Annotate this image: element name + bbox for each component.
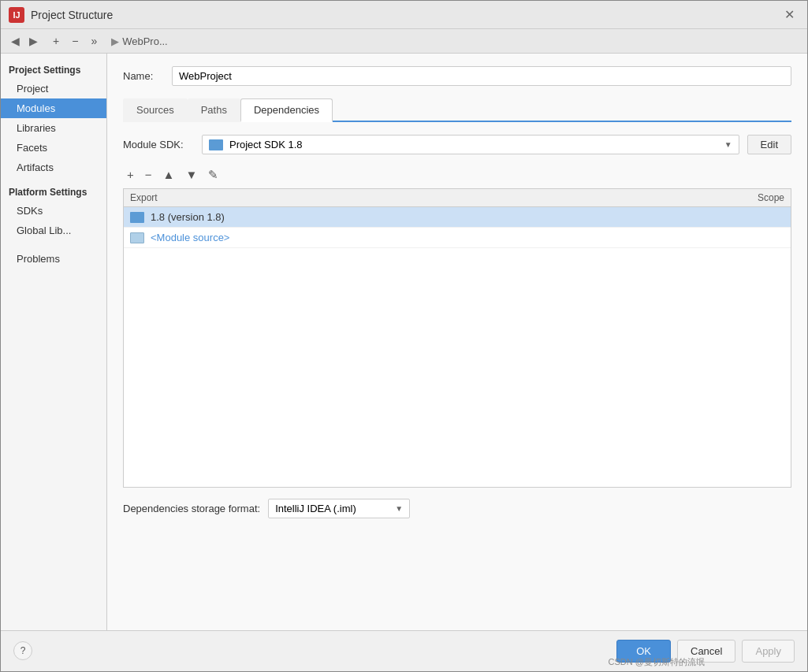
name-input[interactable] (172, 66, 791, 86)
window-title: Project Structure (31, 9, 773, 21)
sdk-dropdown-arrow-icon: ▼ (724, 140, 732, 149)
tab-sources[interactable]: Sources (123, 98, 188, 122)
remove-toolbar-button[interactable]: − (67, 32, 83, 50)
deps-list: Export Scope 1.8 (version 1.8) <Module s… (123, 188, 791, 488)
project-settings-label: Project Settings (1, 60, 106, 79)
deps-toolbar: + − ▲ ▼ ✎ (123, 167, 791, 182)
forward-button[interactable]: ▶ (25, 33, 42, 49)
sidebar-item-facets[interactable]: Facets (1, 138, 106, 158)
deps-module-text: <Module source> (151, 232, 715, 243)
sdk-select-dropdown[interactable]: Project SDK 1.8 ▼ (202, 135, 739, 154)
deps-sdk-text: 1.8 (version 1.8) (151, 211, 715, 223)
content-area: Name: Sources Paths Dependencies Module … (107, 54, 807, 630)
project-structure-dialog: IJ Project Structure ✕ ◀ ▶ + − » ▶ WebPr… (0, 0, 808, 672)
deps-col-export-label: Export (130, 192, 721, 203)
storage-label: Dependencies storage format: (123, 503, 260, 514)
close-button[interactable]: ✕ (780, 6, 799, 24)
apply-button[interactable]: Apply (742, 640, 795, 663)
sidebar-item-libraries[interactable]: Libraries (1, 118, 106, 138)
platform-settings-label: Platform Settings (1, 177, 106, 201)
deps-row-module[interactable]: <Module source> (124, 228, 791, 248)
back-button[interactable]: ◀ (7, 33, 24, 49)
deps-up-button[interactable]: ▲ (159, 167, 179, 182)
title-bar: IJ Project Structure ✕ (1, 1, 807, 29)
module-row-icon (130, 232, 144, 243)
storage-dropdown-arrow-icon: ▼ (395, 504, 403, 513)
sidebar-item-modules[interactable]: Modules (1, 98, 106, 118)
sdk-folder-icon (209, 139, 223, 150)
deps-col-scope-label: Scope (721, 192, 784, 203)
help-button[interactable]: ? (13, 641, 32, 660)
name-row: Name: (123, 66, 791, 86)
sdk-row-icon (130, 212, 144, 223)
storage-select-dropdown[interactable]: IntelliJ IDEA (.iml) ▼ (268, 499, 410, 518)
sidebar-item-artifacts[interactable]: Artifacts (1, 158, 106, 177)
dependencies-content: + − ▲ ▼ ✎ Export Scope 1.8 ( (123, 167, 791, 618)
tab-paths[interactable]: Paths (188, 98, 240, 122)
deps-add-button[interactable]: + (123, 167, 138, 182)
breadcrumb-item[interactable]: WebPro... (122, 35, 168, 47)
name-label: Name: (123, 70, 162, 82)
add-toolbar-button[interactable]: + (48, 32, 64, 50)
sdk-select-text: Project SDK 1.8 (229, 139, 718, 150)
sdk-row: Module SDK: Project SDK 1.8 ▼ Edit (123, 135, 791, 154)
tabs: Sources Paths Dependencies (123, 98, 791, 122)
edit-sdk-button[interactable]: Edit (747, 135, 791, 154)
main-content: Project Settings Project Modules Librari… (1, 54, 807, 630)
sidebar-item-sdks[interactable]: SDKs (1, 201, 106, 221)
storage-row: Dependencies storage format: IntelliJ ID… (123, 499, 791, 518)
nav-arrows: ◀ ▶ (7, 33, 42, 49)
watermark: CSDN @曼切斯特的流氓 (609, 656, 705, 668)
sidebar: Project Settings Project Modules Librari… (1, 54, 107, 630)
deps-down-button[interactable]: ▼ (181, 167, 201, 182)
more-toolbar-button[interactable]: » (86, 32, 102, 50)
tab-dependencies[interactable]: Dependencies (240, 98, 333, 122)
sidebar-item-project[interactable]: Project (1, 79, 106, 98)
deps-row-sdk[interactable]: 1.8 (version 1.8) (124, 207, 791, 228)
deps-table-header: Export Scope (124, 189, 791, 207)
storage-select-text: IntelliJ IDEA (.iml) (275, 503, 389, 514)
breadcrumb-chevron: ▶ (111, 35, 119, 47)
toolbar: ◀ ▶ + − » ▶ WebPro... (1, 29, 807, 54)
app-icon: IJ (9, 7, 24, 23)
deps-edit-button[interactable]: ✎ (204, 167, 222, 182)
sidebar-item-global-libs[interactable]: Global Lib... (1, 221, 106, 240)
sidebar-item-problems[interactable]: Problems (1, 247, 106, 269)
sdk-label: Module SDK: (123, 139, 194, 150)
deps-remove-button[interactable]: − (141, 167, 156, 182)
